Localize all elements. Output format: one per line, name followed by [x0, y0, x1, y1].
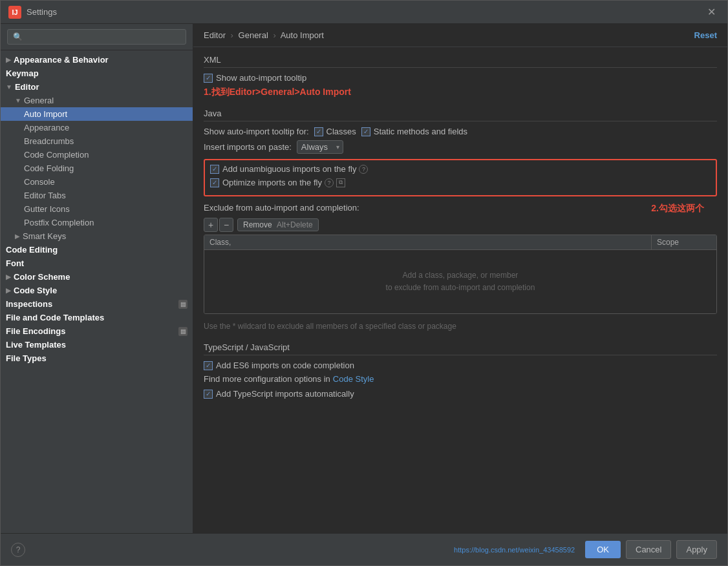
sidebar-item-console[interactable]: Console [1, 175, 193, 189]
sidebar-item-inspections[interactable]: Inspections ▤ [1, 297, 193, 311]
classes-checkbox[interactable] [314, 127, 323, 136]
sidebar-item-code-editing[interactable]: Code Editing [1, 243, 193, 257]
dialog-footer: ? https://blog.csdn.net/weixin_43458592 … [1, 533, 727, 565]
breadcrumb-general: General [239, 30, 268, 40]
sidebar-item-label: Appearance & Behavior [14, 55, 109, 65]
sidebar-item-label: Code Editing [6, 245, 58, 255]
help-button[interactable]: ? [11, 543, 25, 557]
fly-options-box: Add unambiguous imports on the fly ? Opt… [204, 159, 717, 196]
sidebar-item-file-types[interactable]: File Types [1, 351, 193, 365]
sidebar-tree: ▶ Appearance & Behavior Keymap ▼ Editor … [1, 50, 193, 533]
cancel-button[interactable]: Cancel [626, 540, 671, 559]
exclude-table: Class, Scope Add a class, package, or me… [204, 235, 717, 314]
table-toolbar: + − Remove Alt+Delete [204, 218, 717, 232]
insert-dropdown[interactable]: Always Ask Never [297, 140, 343, 154]
arrow-icon: ▶ [15, 233, 20, 240]
sidebar-item-label: Appearance [24, 123, 69, 132]
remove-shortcut-label: Alt+Delete [277, 220, 313, 229]
remove-label: Remove [243, 220, 272, 229]
annotation1: 1.找到Editor>General>Auto Import [204, 87, 717, 98]
xml-show-tooltip-row: Show auto-import tooltip [204, 73, 717, 83]
add-ts-checkbox[interactable] [204, 390, 213, 399]
sidebar-item-auto-import[interactable]: Auto Import [1, 107, 193, 121]
xml-section: XML Show auto-import tooltip 1.找到Editor>… [204, 55, 717, 98]
arrow-icon: ▶ [6, 287, 11, 294]
add-unambiguous-label: Add unambiguous imports on the fly [222, 164, 356, 174]
sidebar-item-keymap[interactable]: Keymap [1, 67, 193, 80]
xml-section-header: XML [204, 55, 717, 68]
sidebar-item-code-folding[interactable]: Code Folding [1, 162, 193, 175]
sidebar-item-general[interactable]: ▼ General [1, 94, 193, 107]
arrow-icon: ▼ [6, 83, 12, 90]
optimize-copy-icon[interactable]: ⧉ [336, 178, 345, 187]
static-checkbox[interactable] [361, 127, 370, 136]
sidebar-item-label: File Encodings [6, 326, 65, 336]
sidebar-item-live-templates[interactable]: Live Templates [1, 338, 193, 351]
sidebar-item-appearance-behavior[interactable]: ▶ Appearance & Behavior [1, 53, 193, 67]
sidebar-item-code-style[interactable]: ▶ Code Style [1, 284, 193, 297]
sidebar-item-appearance[interactable]: Appearance [1, 121, 193, 134]
java-section: Java Show auto-import tooltip for: Class… [204, 109, 717, 332]
sidebar-item-label: Breadcrumbs [24, 136, 74, 146]
xml-show-tooltip-label: Show auto-import tooltip [216, 73, 306, 83]
arrow-icon: ▼ [15, 97, 21, 104]
sidebar-item-smart-keys[interactable]: ▶ Smart Keys [1, 229, 193, 243]
table-empty-message: Add a class, package, or member to exclu… [204, 250, 716, 313]
remove-button[interactable]: − [219, 218, 233, 232]
sidebar-item-code-completion[interactable]: Code Completion [1, 148, 193, 162]
footer-right: https://blog.csdn.net/weixin_43458592 OK… [454, 540, 717, 559]
optimize-imports-checkbox[interactable] [210, 178, 219, 187]
sidebar-item-editor-tabs[interactable]: Editor Tabs [1, 189, 193, 202]
search-input[interactable] [7, 29, 186, 45]
ok-button[interactable]: OK [585, 541, 621, 558]
wildcard-hint: Use the * wildcard to exclude all member… [204, 320, 717, 332]
highlighted-section: Add unambiguous imports on the fly ? Opt… [204, 159, 717, 196]
footer-left: ? [11, 543, 25, 557]
arrow-icon: ▶ [6, 56, 11, 63]
table-col-scope: Scope [652, 235, 716, 249]
sidebar-item-editor[interactable]: ▼ Editor [1, 80, 193, 94]
xml-show-tooltip-checkbox[interactable] [204, 74, 213, 83]
sidebar-item-label: Postfix Completion [24, 218, 94, 227]
sidebar-item-file-code-templates[interactable]: File and Code Templates [1, 311, 193, 324]
exclude-label: Exclude from auto-import and completion: [204, 203, 717, 213]
settings-dialog: IJ Settings ✕ ▶ Appearance & Behavior Ke… [0, 0, 728, 566]
sidebar-item-file-encodings[interactable]: File Encodings ▤ [1, 324, 193, 338]
ts-section: TypeScript / JavaScript Add ES6 imports … [204, 342, 717, 399]
annotation2: 2.勾选这两个 [651, 203, 704, 215]
sidebar-item-gutter-icons[interactable]: Gutter Icons [1, 202, 193, 216]
sidebar-item-label: General [24, 96, 54, 105]
code-style-link[interactable]: Code Style [333, 374, 374, 384]
sidebar-item-label: File and Code Templates [6, 313, 104, 322]
add-es6-checkbox[interactable] [204, 361, 213, 370]
app-icon: IJ [8, 6, 21, 19]
remove-shortcut-button[interactable]: Remove Alt+Delete [237, 218, 319, 231]
sidebar-item-postfix-completion[interactable]: Postfix Completion [1, 216, 193, 229]
optimize-help-icon[interactable]: ? [325, 178, 334, 187]
apply-button[interactable]: Apply [676, 540, 717, 559]
table-empty-line1: Add a class, package, or member [224, 269, 697, 282]
sidebar-item-font[interactable]: Font [1, 257, 193, 270]
add-button[interactable]: + [204, 218, 218, 232]
reset-button[interactable]: Reset [694, 30, 717, 40]
search-box [1, 24, 193, 50]
file-encodings-badge: ▤ [178, 327, 187, 336]
insert-imports-row: Insert imports on paste: Always Ask Neve… [204, 140, 717, 154]
table-empty-line2: to exclude from auto-import and completi… [224, 282, 697, 294]
watermark: https://blog.csdn.net/weixin_43458592 [454, 546, 575, 554]
sidebar-item-label: Keymap [6, 68, 39, 78]
sidebar-item-label: Console [24, 177, 55, 187]
add-unambiguous-checkbox[interactable] [210, 165, 219, 174]
close-button[interactable]: ✕ [703, 5, 720, 19]
sidebar-item-color-scheme[interactable]: ▶ Color Scheme [1, 270, 193, 284]
sidebar-item-breadcrumbs[interactable]: Breadcrumbs [1, 134, 193, 148]
add-unambiguous-help-icon[interactable]: ? [359, 165, 368, 174]
optimize-imports-row: Optimize imports on the fly ? ⧉ [210, 178, 711, 187]
classes-label: Classes [327, 127, 356, 136]
breadcrumb: Editor › General › Auto Import [204, 30, 324, 40]
insert-label: Insert imports on paste: [204, 142, 292, 152]
breadcrumb-auto-import: Auto Import [281, 30, 324, 40]
sidebar-item-label: Inspections [6, 299, 52, 309]
sidebar-item-label: Code Folding [24, 163, 74, 173]
add-unambiguous-row: Add unambiguous imports on the fly ? [210, 164, 711, 174]
